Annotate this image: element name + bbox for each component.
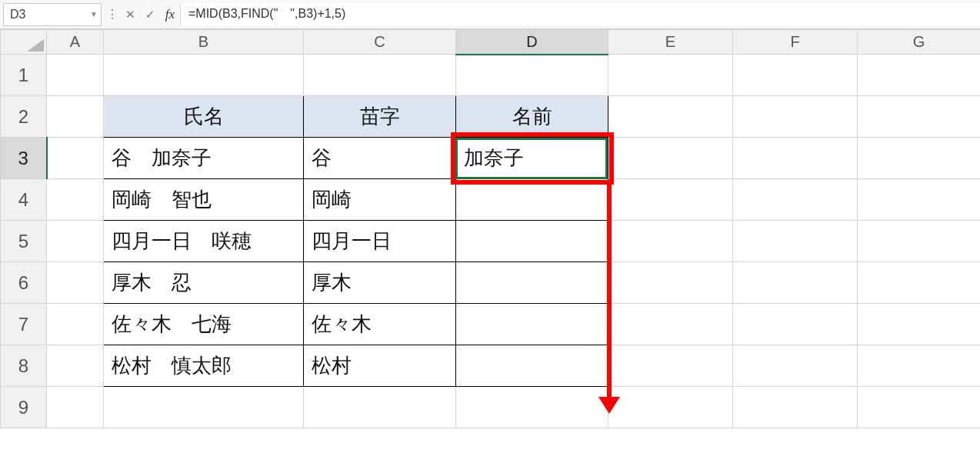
cell-G1[interactable] [858, 55, 981, 96]
cell-F2[interactable] [733, 96, 858, 138]
col-header-E[interactable]: E [608, 30, 733, 55]
cancel-formula-button[interactable]: ✕ [120, 5, 140, 25]
cell-D2[interactable]: 名前 [456, 96, 608, 138]
cell-F8[interactable] [733, 345, 858, 387]
cell-B5[interactable]: 四月一日 咲穂 [104, 221, 304, 262]
cell-C4[interactable]: 岡崎 [304, 179, 456, 221]
confirm-formula-button[interactable]: ✓ [140, 5, 160, 25]
cell-E2[interactable] [608, 96, 733, 138]
cell-G8[interactable] [858, 345, 981, 387]
cell-A1[interactable] [47, 55, 104, 96]
cell-F4[interactable] [733, 179, 858, 221]
cell-D7[interactable] [456, 304, 608, 345]
cell-D4[interactable] [456, 179, 608, 221]
cell-F7[interactable] [733, 304, 858, 345]
row-header-1[interactable]: 1 [1, 55, 47, 96]
cell-F6[interactable] [733, 262, 858, 304]
cell-C8[interactable]: 松村 [304, 345, 456, 387]
cell-G9[interactable] [858, 387, 981, 428]
cell-C3[interactable]: 谷 [304, 138, 456, 179]
cell-C2[interactable]: 苗字 [304, 96, 456, 138]
cell-D8[interactable] [456, 345, 608, 387]
formula-text: =MID(B3,FIND(" ",B3)+1,5) [188, 6, 345, 22]
cell-F1[interactable] [733, 55, 858, 96]
cell-F3[interactable] [733, 138, 858, 179]
col-header-F[interactable]: F [733, 30, 858, 55]
cell-A2[interactable] [47, 96, 104, 138]
spreadsheet-grid[interactable]: A B C D E F G 1 2 氏名 苗字 名前 [0, 29, 980, 428]
cell-E1[interactable] [608, 55, 733, 96]
cell-A9[interactable] [47, 387, 104, 428]
cell-D5[interactable] [456, 221, 608, 262]
cell-E8[interactable] [608, 345, 733, 387]
cell-B9[interactable] [104, 387, 304, 428]
cell-A7[interactable] [47, 304, 104, 345]
cell-C7[interactable]: 佐々木 [304, 304, 456, 345]
cell-B8[interactable]: 松村 慎太郎 [104, 345, 304, 387]
name-box-value: D3 [10, 8, 25, 22]
col-header-B[interactable]: B [104, 30, 304, 55]
cell-E6[interactable] [608, 262, 733, 304]
cell-D6[interactable] [456, 262, 608, 304]
row-header-9[interactable]: 9 [1, 387, 47, 428]
cell-B7[interactable]: 佐々木 七海 [104, 304, 304, 345]
col-header-A[interactable]: A [47, 30, 104, 55]
cell-C6[interactable]: 厚木 [304, 262, 456, 304]
row-header-6[interactable]: 6 [1, 262, 47, 304]
insert-function-button[interactable]: fx [160, 5, 180, 25]
formula-input[interactable]: =MID(B3,FIND(" ",B3)+1,5) [180, 3, 980, 26]
cell-G4[interactable] [858, 179, 981, 221]
row-header-5[interactable]: 5 [1, 221, 47, 262]
cell-G5[interactable] [858, 221, 981, 262]
cell-D1[interactable] [456, 55, 608, 96]
row-header-7[interactable]: 7 [1, 304, 47, 345]
cell-A3[interactable] [47, 138, 104, 179]
cell-E4[interactable] [608, 179, 733, 221]
cell-F5[interactable] [733, 221, 858, 262]
cell-A6[interactable] [47, 262, 104, 304]
select-all-corner[interactable] [1, 30, 47, 55]
cell-C5[interactable]: 四月一日 [304, 221, 456, 262]
cell-G7[interactable] [858, 304, 981, 345]
cell-B6[interactable]: 厚木 忍 [104, 262, 304, 304]
cell-A4[interactable] [47, 179, 104, 221]
cell-B1[interactable] [104, 55, 304, 96]
spreadsheet-grid-wrap: A B C D E F G 1 2 氏名 苗字 名前 [0, 29, 980, 428]
row-header-2[interactable]: 2 [1, 96, 47, 138]
cell-E9[interactable] [608, 387, 733, 428]
cell-C1[interactable] [304, 55, 456, 96]
cell-G6[interactable] [858, 262, 981, 304]
name-box[interactable]: D3 ▼ [3, 3, 102, 26]
cell-F9[interactable] [733, 387, 858, 428]
cell-D3[interactable]: 加奈子 [456, 138, 608, 179]
cell-A5[interactable] [47, 221, 104, 262]
cancel-icon: ✕ [125, 8, 135, 22]
cell-E5[interactable] [608, 221, 733, 262]
check-icon: ✓ [145, 8, 155, 22]
col-header-D[interactable]: D [456, 30, 608, 55]
cell-E7[interactable] [608, 304, 733, 345]
col-header-G[interactable]: G [858, 30, 981, 55]
row-header-8[interactable]: 8 [1, 345, 47, 387]
col-header-C[interactable]: C [304, 30, 456, 55]
cell-G2[interactable] [858, 96, 981, 138]
formula-bar-separator: ⋮ [105, 7, 120, 22]
cell-B2[interactable]: 氏名 [104, 96, 304, 138]
name-box-dropdown-icon[interactable]: ▼ [90, 10, 98, 18]
cell-B3[interactable]: 谷 加奈子 [104, 138, 304, 179]
row-header-3[interactable]: 3 [1, 138, 47, 179]
cell-B4[interactable]: 岡崎 智也 [104, 179, 304, 221]
cell-E3[interactable] [608, 138, 733, 179]
cell-C9[interactable] [304, 387, 456, 428]
formula-bar: D3 ▼ ⋮ ✕ ✓ fx =MID(B3,FIND(" ",B3)+1,5) [0, 0, 980, 29]
cell-A8[interactable] [47, 345, 104, 387]
cell-G3[interactable] [858, 138, 981, 179]
cell-D9[interactable] [456, 387, 608, 428]
fx-icon: fx [165, 7, 175, 22]
row-header-4[interactable]: 4 [1, 179, 47, 221]
